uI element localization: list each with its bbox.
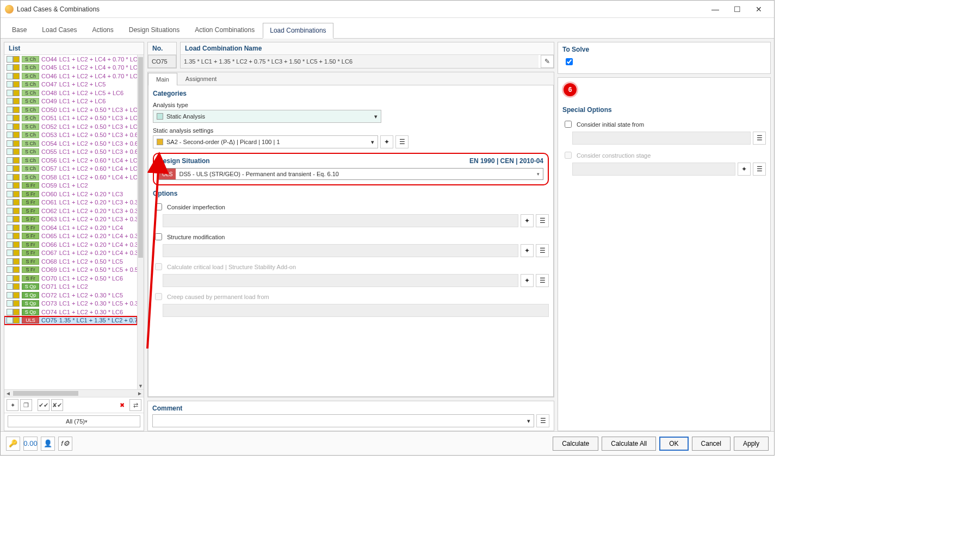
checkbox-icon[interactable] <box>7 266 13 273</box>
function-button[interactable]: f⚙ <box>58 437 72 451</box>
checkbox-icon[interactable] <box>7 208 13 214</box>
list-item[interactable]: S ChCO49LC1 + LC2 + LC6 <box>4 97 137 106</box>
checkbox-icon[interactable] <box>7 292 13 298</box>
ok-button[interactable]: OK <box>659 437 688 451</box>
analysis-type-combo[interactable]: Static Analysis ▾ <box>153 110 381 123</box>
cancel-button[interactable]: Cancel <box>692 437 731 451</box>
design-situation-combo[interactable]: ULS DS5 - ULS (STR/GEO) - Permanent and … <box>158 168 543 180</box>
comment-combo[interactable]: ▾ <box>152 414 534 427</box>
tab-load-cases[interactable]: Load Cases <box>35 22 84 38</box>
uncheck-all-button[interactable]: ✘✔ <box>51 399 63 411</box>
checkbox-icon[interactable] <box>7 241 13 248</box>
checkbox-icon[interactable] <box>7 165 13 172</box>
checkbox-icon[interactable] <box>7 56 13 63</box>
calculate-button[interactable]: Calculate <box>553 437 598 451</box>
checkbox-icon[interactable] <box>7 300 13 307</box>
list-item[interactable]: S ChCO50LC1 + LC2 + 0.50 * LC3 + LC5 <box>4 105 137 114</box>
edit-name-button[interactable]: ✎ <box>541 55 554 68</box>
new-item-button[interactable]: ✦ <box>7 399 18 411</box>
tab-actions[interactable]: Actions <box>85 22 120 38</box>
subtab-main[interactable]: Main <box>148 73 177 85</box>
name-field[interactable]: 1.35 * LC1 + 1.35 * LC2 + 0.75 * LC3 + 1… <box>181 55 539 68</box>
checkbox-icon[interactable] <box>7 140 13 147</box>
list-item[interactable]: S ChCO54LC1 + LC2 + 0.50 * LC3 + 0.60 * … <box>4 139 137 148</box>
scroll-right-icon[interactable]: ► <box>136 390 144 397</box>
list-item[interactable]: S ChCO55LC1 + LC2 + 0.50 * LC3 + 0.60 * … <box>4 148 137 157</box>
units-button[interactable]: 0.00 <box>23 437 38 451</box>
list-item[interactable]: S ChCO45LC1 + LC2 + LC4 + 0.70 * LC5 + 0… <box>4 64 137 72</box>
new-button[interactable]: ✦ <box>521 274 534 287</box>
scroll-down-icon[interactable]: ▼ <box>138 383 144 389</box>
maximize-button[interactable]: ☐ <box>726 2 748 17</box>
checkbox-icon[interactable] <box>7 107 13 113</box>
comment-edit-button[interactable]: ☰ <box>536 414 549 427</box>
checkbox-icon[interactable] <box>7 216 13 222</box>
list-filter-dropdown[interactable]: All (75) ▾ <box>8 415 140 427</box>
checkbox-icon[interactable] <box>7 90 13 96</box>
delete-button[interactable]: ✖ <box>116 399 128 411</box>
checkbox-icon[interactable] <box>7 233 13 239</box>
edit-button[interactable]: ☰ <box>536 214 549 227</box>
checkbox-icon[interactable] <box>7 123 13 130</box>
new-settings-button[interactable]: ✦ <box>380 135 393 148</box>
edit-button[interactable]: ☰ <box>536 244 549 257</box>
list-item[interactable]: S ChCO53LC1 + LC2 + 0.50 * LC3 + 0.60 * … <box>4 131 137 140</box>
checkbox-icon[interactable] <box>7 283 13 290</box>
checkbox-icon[interactable] <box>7 250 13 256</box>
checkbox-icon[interactable] <box>7 157 13 164</box>
checkbox-icon[interactable] <box>7 317 13 323</box>
list-item[interactable]: S ChCO44LC1 + LC2 + LC4 + 0.70 * LC5 <box>4 55 137 64</box>
checkbox-icon[interactable] <box>7 182 13 189</box>
checkbox-icon[interactable] <box>7 98 13 104</box>
checkbox-icon[interactable] <box>7 148 13 155</box>
checkbox-icon[interactable] <box>7 64 13 71</box>
checkbox-icon[interactable] <box>7 81 13 88</box>
tab-design-situations[interactable]: Design Situations <box>122 22 187 38</box>
opt-initial-state-check[interactable] <box>565 121 572 128</box>
opt-structure-mod[interactable]: Structure modification <box>153 232 549 242</box>
help-button[interactable]: 🔑 <box>6 437 20 451</box>
list-item[interactable]: S ChCO52LC1 + LC2 + 0.50 * LC3 + LC6 <box>4 122 137 131</box>
list-item[interactable]: S ChCO51LC1 + LC2 + 0.50 * LC3 + LC5 + L… <box>4 114 137 123</box>
checkbox-icon[interactable] <box>7 309 13 315</box>
opt-imperfection[interactable]: Consider imperfection <box>153 202 549 212</box>
edit-settings-button[interactable]: ☰ <box>395 135 409 148</box>
checkbox-icon[interactable] <box>7 275 13 282</box>
subtab-assignment[interactable]: Assignment <box>177 72 225 85</box>
checkbox-icon[interactable] <box>7 199 13 206</box>
tab-load-combinations[interactable]: Load Combinations <box>263 23 333 39</box>
edit-button[interactable]: ☰ <box>753 132 766 145</box>
to-solve-check[interactable] <box>566 58 573 65</box>
checkbox-icon[interactable] <box>7 115 13 121</box>
list-item[interactable]: S ChCO48LC1 + LC2 + LC5 + LC6 <box>4 89 137 97</box>
copy-item-button[interactable]: ❐ <box>20 399 32 411</box>
hscroll-thumb[interactable] <box>13 391 78 396</box>
checkbox-icon[interactable] <box>7 191 13 197</box>
minimize-button[interactable]: ― <box>704 2 726 17</box>
edit-button[interactable]: ☰ <box>536 274 549 287</box>
new-button[interactable]: ✦ <box>521 214 534 227</box>
no-field[interactable]: CO75 <box>148 55 176 68</box>
check-all-button[interactable]: ✔✔ <box>38 399 49 411</box>
new-button[interactable]: ✦ <box>738 163 751 176</box>
list-item[interactable]: S ChCO47LC1 + LC2 + LC5 <box>4 80 137 89</box>
checkbox-icon[interactable] <box>7 132 13 138</box>
scroll-left-icon[interactable]: ◄ <box>4 390 12 397</box>
calculate-all-button[interactable]: Calculate All <box>602 437 656 451</box>
opt-initial-state[interactable]: Consider initial state from <box>562 119 766 129</box>
close-button[interactable]: ✕ <box>748 2 770 17</box>
new-button[interactable]: ✦ <box>521 244 534 257</box>
link-button[interactable]: ⇄ <box>129 399 141 411</box>
structure-icon[interactable]: 👤 <box>41 437 55 451</box>
tab-base[interactable]: Base <box>5 22 34 38</box>
edit-button[interactable]: ☰ <box>753 163 766 176</box>
checkbox-icon[interactable] <box>7 73 13 79</box>
apply-button[interactable]: Apply <box>734 437 769 451</box>
list-hscrollbar[interactable]: ◄ ► <box>4 389 144 397</box>
checkbox-icon[interactable] <box>7 174 13 181</box>
tab-action-combinations[interactable]: Action Combinations <box>188 22 262 38</box>
checkbox-icon[interactable] <box>7 225 13 231</box>
list-item[interactable]: S ChCO46LC1 + LC2 + LC4 + 0.70 * LC6 <box>4 72 137 80</box>
static-settings-combo[interactable]: SA2 - Second-order (P-Δ) | Picard | 100 … <box>153 135 378 148</box>
checkbox-icon[interactable] <box>7 258 13 265</box>
